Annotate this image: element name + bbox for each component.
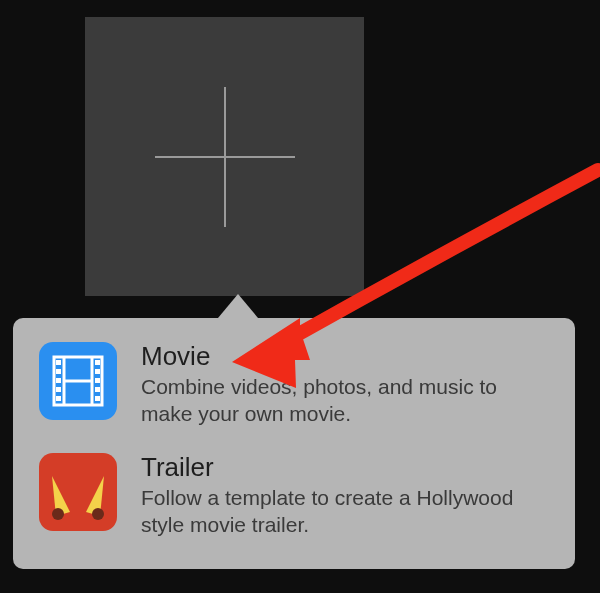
svg-rect-10: [56, 387, 61, 392]
trailer-icon: [39, 453, 117, 531]
plus-icon: [150, 82, 300, 232]
new-project-tile[interactable]: [85, 17, 364, 296]
svg-rect-13: [95, 369, 100, 374]
new-project-popover: Movie Combine videos, photos, and music …: [13, 318, 575, 569]
svg-rect-16: [95, 396, 100, 401]
menu-item-text: Trailer Follow a template to create a Ho…: [141, 453, 549, 538]
svg-rect-8: [56, 369, 61, 374]
menu-item-text: Movie Combine videos, photos, and music …: [141, 342, 549, 427]
menu-item-title: Trailer: [141, 453, 549, 482]
menu-item-trailer[interactable]: Trailer Follow a template to create a Ho…: [33, 443, 555, 550]
menu-item-description: Combine videos, photos, and music to mak…: [141, 373, 549, 428]
svg-point-19: [52, 508, 64, 520]
svg-point-20: [92, 508, 104, 520]
svg-rect-9: [56, 378, 61, 383]
menu-item-description: Follow a template to create a Hollywood …: [141, 484, 549, 539]
menu-item-movie[interactable]: Movie Combine videos, photos, and music …: [33, 332, 555, 439]
menu-item-title: Movie: [141, 342, 549, 371]
svg-rect-15: [95, 387, 100, 392]
film-icon: [39, 342, 117, 420]
svg-rect-7: [56, 360, 61, 365]
svg-rect-11: [56, 396, 61, 401]
svg-rect-12: [95, 360, 100, 365]
svg-rect-14: [95, 378, 100, 383]
